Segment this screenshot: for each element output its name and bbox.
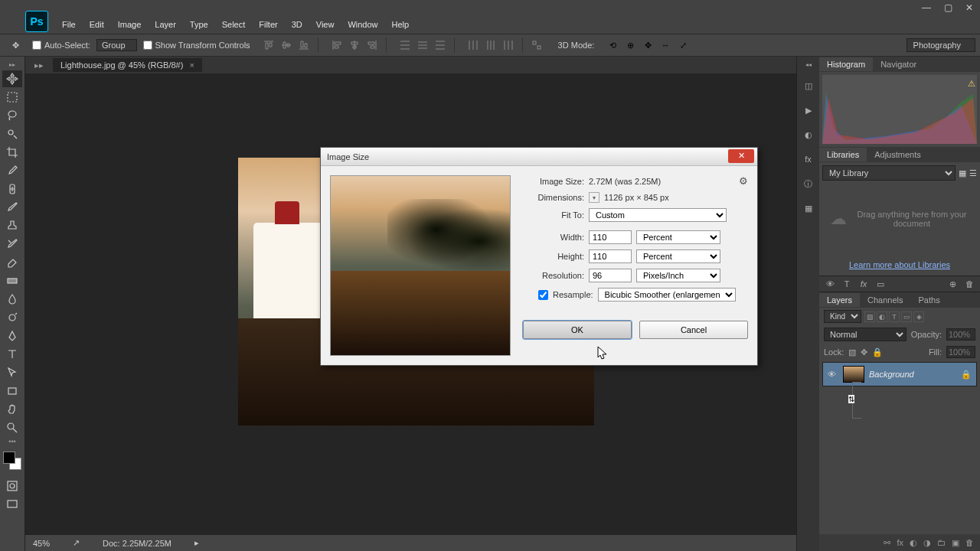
link-layers-icon[interactable]: ⚯ (884, 538, 890, 548)
tab-histogram[interactable]: Histogram (819, 57, 873, 71)
document-tab[interactable]: Lighthouse.jpg @ 45% (RGB/8#) × (53, 58, 202, 72)
tab-paths[interactable]: Paths (911, 293, 948, 307)
menu-window[interactable]: Window (341, 20, 384, 29)
prop-eye-icon[interactable]: 👁 (824, 278, 836, 290)
distribute-left-icon[interactable] (466, 37, 481, 53)
tab-adjustments[interactable]: Adjustments (867, 148, 929, 161)
align-top-icon[interactable] (261, 37, 276, 53)
width-unit-select[interactable]: Percent (636, 230, 720, 244)
status-arrow-icon[interactable]: ▸ (194, 538, 199, 548)
prop-type-icon[interactable]: T (841, 278, 853, 290)
resolution-input[interactable] (589, 269, 632, 282)
menu-layer[interactable]: Layer (148, 20, 183, 29)
auto-select-check[interactable]: Auto-Select: (32, 41, 90, 50)
adjustments-icon[interactable]: ◐ (802, 128, 815, 142)
align-hcenter-icon[interactable] (347, 37, 362, 53)
lock-position-icon[interactable]: ✥ (861, 347, 867, 357)
type-tool[interactable] (2, 346, 22, 363)
resample-checkbox[interactable] (538, 290, 548, 300)
screen-mode-icon[interactable] (2, 496, 22, 513)
image-preview[interactable] (330, 175, 511, 356)
info-icon[interactable]: ⓘ (802, 177, 815, 191)
align-left-icon[interactable] (329, 37, 345, 53)
layer-background[interactable]: 👁 Background 🔒 (822, 362, 977, 386)
export-icon[interactable]: ↗ (73, 538, 80, 548)
auto-select-mode[interactable]: Group (96, 39, 137, 51)
eraser-tool[interactable] (2, 254, 22, 271)
menu-3d[interactable]: 3D (285, 20, 309, 29)
constrain-link-icon[interactable] (852, 382, 861, 419)
menu-image[interactable]: Image (111, 20, 149, 29)
filter-smart-icon[interactable]: ◈ (913, 311, 924, 322)
tabbar-collapse-icon[interactable]: ▸▸ (25, 60, 53, 70)
height-unit-select[interactable]: Percent (636, 249, 720, 263)
new-fill-icon[interactable]: ◑ (923, 538, 931, 548)
cancel-button[interactable]: Cancel (639, 321, 748, 339)
layer-lock-icon[interactable]: 🔒 (961, 370, 972, 380)
blend-mode-select[interactable]: Normal (824, 328, 906, 341)
minimize-button[interactable]: — (919, 2, 934, 13)
crop-tool[interactable] (2, 144, 22, 161)
library-select[interactable]: My Library (822, 165, 956, 181)
zoom-tool[interactable] (2, 419, 22, 436)
swatches-icon[interactable]: ▦ (802, 201, 815, 215)
lib-list-icon[interactable]: ☰ (969, 168, 977, 178)
blur-tool[interactable] (2, 291, 22, 308)
resample-select[interactable]: Bicubic Smoother (enlargement) (598, 288, 736, 302)
3d-slide-icon[interactable]: ↔ (658, 37, 673, 53)
path-select-tool[interactable] (2, 364, 22, 381)
tab-navigator[interactable]: Navigator (873, 57, 924, 71)
workspace-select[interactable]: Photography (906, 38, 975, 52)
opacity-input[interactable] (946, 328, 975, 341)
width-input[interactable] (589, 230, 632, 244)
prop-trash-icon[interactable]: 🗑 (963, 278, 975, 290)
auto-align-icon[interactable] (529, 37, 544, 53)
ok-button[interactable]: OK (523, 321, 632, 339)
new-layer-icon[interactable]: ▣ (952, 538, 959, 548)
menu-file[interactable]: File (55, 20, 83, 29)
prop-link-icon[interactable]: ⊕ (946, 278, 959, 290)
tab-layers[interactable]: Layers (819, 293, 860, 307)
zoom-level[interactable]: 45% (33, 539, 50, 548)
3d-scale-icon[interactable]: ⤢ (675, 37, 691, 53)
lock-all-icon[interactable]: 🔒 (872, 347, 883, 357)
prop-fx-icon[interactable]: fx (858, 278, 870, 290)
history-brush-tool[interactable] (2, 236, 22, 253)
new-group-icon[interactable]: 🗀 (937, 538, 946, 547)
tab-libraries[interactable]: Libraries (819, 148, 867, 161)
menu-view[interactable]: View (309, 20, 341, 29)
dialog-titlebar[interactable]: Image Size ✕ (321, 148, 757, 166)
menu-select[interactable]: Select (215, 20, 253, 29)
library-learn-link[interactable]: Learn more about Libraries (822, 257, 977, 272)
quick-select-tool[interactable] (2, 126, 22, 142)
align-vcenter-icon[interactable] (279, 37, 294, 53)
layer-mask-icon[interactable]: ◐ (910, 538, 917, 548)
hand-tool[interactable] (2, 401, 22, 418)
layer-filter-kind[interactable]: Kind (824, 310, 861, 323)
prop-mask-icon[interactable]: ▭ (874, 278, 887, 290)
fill-input[interactable] (946, 346, 975, 358)
close-button[interactable]: ✕ (962, 2, 977, 13)
filter-type-icon[interactable]: T (889, 311, 900, 322)
play-icon[interactable]: ▶ (802, 103, 815, 117)
dodge-tool[interactable] (2, 309, 22, 326)
color-swatches[interactable] (3, 452, 21, 470)
lock-pixels-icon[interactable]: ▧ (848, 347, 856, 357)
align-right-icon[interactable] (364, 37, 380, 53)
brush-tool[interactable] (2, 199, 22, 216)
stamp-tool[interactable] (2, 217, 22, 234)
layer-name[interactable]: Background (869, 370, 956, 379)
distribute-hcenter-icon[interactable] (483, 37, 498, 53)
rectangle-tool[interactable] (2, 383, 22, 399)
menu-filter[interactable]: Filter (252, 20, 284, 29)
height-input[interactable] (589, 249, 632, 263)
toolbar-more-icon[interactable]: ••• (8, 438, 15, 445)
3d-rotate-icon[interactable]: ⟲ (605, 37, 620, 53)
align-bottom-icon[interactable] (296, 37, 312, 53)
menu-edit[interactable]: Edit (83, 20, 111, 29)
toolbar-collapse-icon[interactable]: ▸▸ (0, 61, 24, 69)
lib-grid-icon[interactable]: ▦ (959, 168, 966, 178)
eyedropper-tool[interactable] (2, 162, 22, 179)
delete-layer-icon[interactable]: 🗑 (965, 538, 974, 547)
maximize-button[interactable]: ▢ (940, 2, 956, 13)
